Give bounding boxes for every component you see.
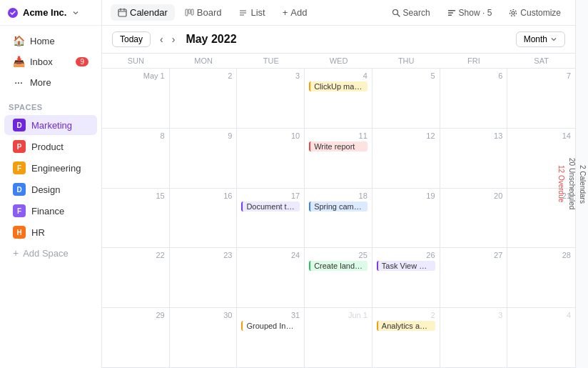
app-logo-icon: [7, 7, 19, 19]
day-number: 17: [241, 192, 300, 200]
calendar-event[interactable]: Task View Redesign: [377, 261, 435, 271]
day-cell[interactable]: 24: [237, 248, 305, 307]
day-cell[interactable]: 4ClickUp marketing plan: [305, 69, 372, 128]
sidebar-item-inbox[interactable]: 📥 Inbox 9: [4, 51, 97, 71]
add-space-button[interactable]: + Add Space: [4, 244, 97, 262]
svg-rect-14: [448, 12, 453, 14]
calendar-header: Today ‹ › May 2022 Month: [102, 26, 575, 54]
sidebar-header[interactable]: Acme Inc.: [0, 0, 101, 26]
day-number: 29: [106, 311, 165, 319]
search-label: Search: [403, 8, 430, 18]
day-cell[interactable]: 28: [507, 248, 575, 307]
next-month-button[interactable]: ›: [168, 32, 179, 46]
plus-icon: +: [13, 247, 19, 259]
day-cell[interactable]: 31Grouped Inbox Comments: [237, 308, 305, 367]
sidebar-inbox-label: Inbox: [30, 56, 53, 67]
day-number: 22: [106, 251, 165, 259]
day-number: 8: [106, 131, 165, 140]
day-cell[interactable]: 11Write report: [305, 129, 372, 188]
month-select[interactable]: Month: [516, 31, 565, 47]
day-cell[interactable]: 16: [170, 189, 238, 248]
day-cell[interactable]: 22: [102, 248, 170, 307]
sidebar-item-product[interactable]: P Product: [4, 136, 97, 156]
day-header-thu: Thu: [372, 54, 440, 68]
day-cell[interactable]: 14: [507, 129, 575, 188]
day-cell[interactable]: 29: [102, 308, 170, 367]
day-cell[interactable]: 19: [372, 189, 440, 248]
day-cell[interactable]: 5: [372, 69, 440, 128]
calendar-event[interactable]: Document target users: [241, 202, 300, 212]
day-cell[interactable]: 3: [440, 308, 508, 367]
inbox-icon: 📥: [13, 56, 24, 67]
tab-calendar[interactable]: Calendar: [111, 4, 175, 21]
day-number: 31: [241, 311, 300, 319]
week-row-3: 22232425Create landing page26Task View R…: [102, 248, 575, 308]
sidebar-item-home[interactable]: 🏠 Home: [4, 31, 97, 51]
day-number: 6: [445, 71, 503, 80]
day-cell[interactable]: 3: [237, 69, 305, 128]
tab-calendar-label: Calendar: [130, 7, 168, 18]
toolbar: Calendar Board List + Add: [102, 0, 575, 26]
hr-label: HR: [31, 227, 45, 238]
day-cell[interactable]: 8: [102, 129, 170, 188]
day-cell[interactable]: 4: [507, 308, 575, 367]
sidebar-item-more[interactable]: ··· More: [4, 72, 97, 92]
sidebar-item-engineering[interactable]: F Engineering: [4, 158, 97, 178]
calendar-event[interactable]: Analytics audit: [377, 321, 435, 331]
finance-label: Finance: [31, 206, 64, 217]
day-cell[interactable]: 7: [507, 69, 575, 128]
search-button[interactable]: Search: [386, 5, 436, 21]
day-number: 27: [445, 251, 503, 259]
day-cell[interactable]: 2: [170, 69, 238, 128]
day-cell[interactable]: 25Create landing page: [305, 248, 372, 307]
day-number: 18: [309, 192, 368, 200]
day-cell[interactable]: 13: [440, 129, 508, 188]
calendar-event[interactable]: ClickUp marketing plan: [309, 81, 368, 91]
day-number: 28: [512, 251, 571, 259]
sidebar-item-finance[interactable]: F Finance: [4, 201, 97, 221]
day-cell[interactable]: 21: [507, 189, 575, 248]
day-cell[interactable]: 26Task View Redesign: [372, 248, 440, 307]
day-cell[interactable]: 6: [440, 69, 508, 128]
day-cell[interactable]: 17Document target users: [237, 189, 305, 248]
day-cell[interactable]: 18Spring campaign image assets: [305, 189, 372, 248]
tab-board[interactable]: Board: [178, 4, 229, 21]
main-content: Calendar Board List + Add: [102, 0, 575, 368]
day-cell[interactable]: 27: [440, 248, 508, 307]
calendar-event[interactable]: Create landing page: [309, 261, 368, 271]
day-cell[interactable]: 2Analytics audit: [372, 308, 440, 367]
day-cell[interactable]: 10: [237, 129, 305, 188]
day-cell[interactable]: 20: [440, 189, 508, 248]
calendars-count[interactable]: 2 Calendars: [577, 159, 588, 209]
day-number: 2: [174, 71, 233, 80]
calendar-event[interactable]: Write report: [309, 141, 368, 151]
day-cell[interactable]: Jun 1: [305, 308, 372, 367]
day-cell[interactable]: 9: [170, 129, 238, 188]
day-cell[interactable]: May 1: [102, 69, 170, 128]
calendar-event[interactable]: Spring campaign image assets: [309, 202, 368, 212]
sidebar-item-marketing[interactable]: D Marketing: [4, 115, 97, 135]
tab-add[interactable]: + Add: [275, 4, 315, 21]
prev-month-button[interactable]: ‹: [156, 32, 167, 46]
sidebar-item-hr[interactable]: H HR: [4, 222, 97, 242]
day-cell[interactable]: 23: [170, 248, 238, 307]
list-icon: [238, 8, 248, 17]
day-number: 3: [445, 311, 503, 319]
show-button[interactable]: Show · 5: [442, 5, 498, 21]
day-cell[interactable]: 30: [170, 308, 238, 367]
calendar-event[interactable]: Grouped Inbox Comments: [241, 321, 300, 331]
day-cell[interactable]: 15: [102, 189, 170, 248]
today-button[interactable]: Today: [112, 31, 151, 47]
sidebar-item-design[interactable]: D Design: [4, 179, 97, 199]
calendar-body: May 1234ClickUp marketing plan567891011W…: [102, 69, 575, 368]
day-number: 21: [512, 192, 571, 200]
day-cell[interactable]: 12: [372, 129, 440, 188]
customize-button[interactable]: Customize: [503, 5, 567, 21]
calendar-icon: [118, 8, 127, 17]
day-number: 3: [241, 71, 300, 80]
tab-list[interactable]: List: [231, 4, 272, 21]
svg-rect-7: [191, 9, 193, 15]
day-number: Jun 1: [309, 311, 368, 319]
day-number: 4: [309, 71, 368, 80]
week-row-1: 891011Write report121314: [102, 129, 575, 189]
